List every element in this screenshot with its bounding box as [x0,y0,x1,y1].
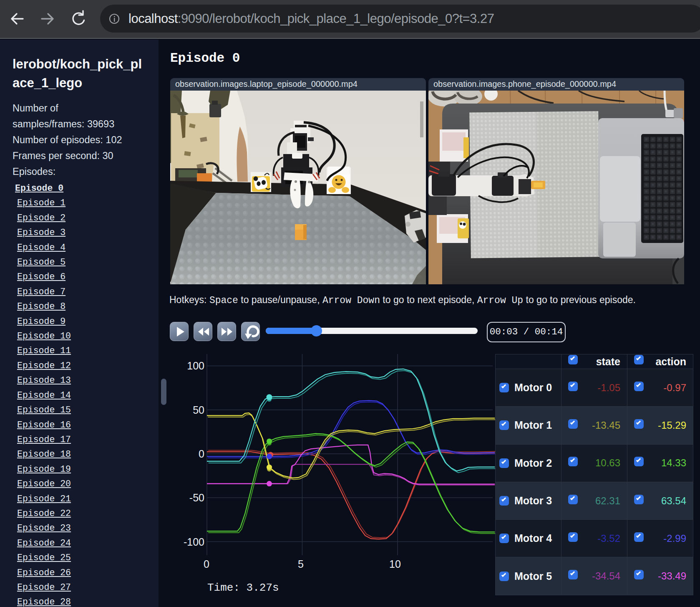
svg-text:100: 100 [187,360,204,372]
svg-text:Time: 3.27s: Time: 3.27s [207,582,279,594]
svg-text:10: 10 [389,558,401,570]
svg-text:50: 50 [193,404,204,416]
svg-text:5: 5 [298,558,304,570]
svg-text:0: 0 [204,558,209,570]
svg-text:-100: -100 [184,536,204,548]
svg-text:-50: -50 [189,492,204,503]
svg-text:0: 0 [199,448,204,460]
